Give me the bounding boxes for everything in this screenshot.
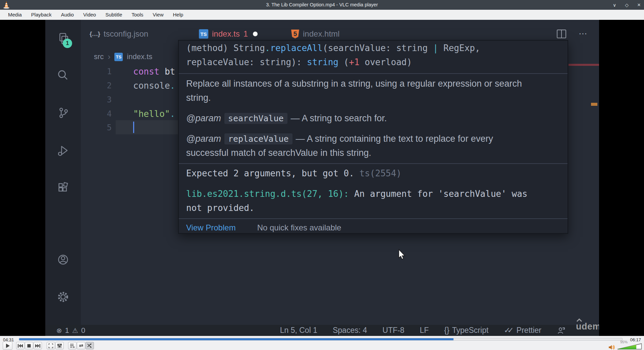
diagnostic-source: lib.es2021.string.d.ts(27, 16): An argum… <box>186 187 527 215</box>
tab-index-html[interactable]: 5 index.html <box>291 27 339 41</box>
no-quick-fixes-label: No quick fixes available <box>257 223 341 232</box>
signature-line-2: replaceValue: string): string (+1 overlo… <box>186 55 412 69</box>
menu-tools[interactable]: Tools <box>127 10 148 20</box>
view-problem-link[interactable]: View Problem <box>186 223 236 232</box>
loop-button[interactable] <box>77 342 85 349</box>
minimize-button[interactable]: ∨ <box>613 3 616 7</box>
total-time: 06:17 <box>630 337 641 342</box>
vlc-menubar: Media Playback Audio Video Subtitle Tool… <box>0 10 644 20</box>
shuffle-button[interactable] <box>86 342 94 349</box>
settings-gear-icon[interactable] <box>56 290 70 304</box>
code-line-4[interactable]: 4 "hello". <box>45 107 176 121</box>
menu-playback[interactable]: Playback <box>26 10 56 20</box>
menu-media[interactable]: Media <box>3 10 26 20</box>
method-description: Replace all instances of a substring in … <box>186 77 522 105</box>
indentation[interactable]: Spaces: 4 <box>333 326 367 335</box>
encoding[interactable]: UTF-8 <box>382 326 404 335</box>
explorer-badge: 1 <box>63 39 72 48</box>
seek-fill <box>19 338 453 340</box>
udemy-watermark: udemy <box>576 321 599 332</box>
code-line-5[interactable]: 5 <box>45 121 176 135</box>
code-line-1[interactable]: 1 const bt <box>45 64 176 79</box>
breadcrumb-folder[interactable]: src <box>94 52 104 61</box>
tab-problems-badge: 1 <box>244 29 248 39</box>
video-area[interactable]: 1 <box>0 20 644 336</box>
menu-view[interactable]: View <box>148 10 168 20</box>
unsaved-dot-icon[interactable] <box>253 32 258 36</box>
account-icon[interactable] <box>56 253 70 266</box>
warning-count-icon: ⚠ <box>72 326 78 335</box>
minimap-warning-mark <box>591 103 597 106</box>
breadcrumb-separator: › <box>108 52 110 61</box>
extensions-icon[interactable] <box>56 181 70 195</box>
code-line-3[interactable]: 3 <box>45 93 176 107</box>
maximize-button[interactable]: ◇ <box>625 3 629 7</box>
braces-icon: {} <box>444 326 449 335</box>
signature-line-1: (method) String.replaceAll(searchValue: … <box>186 41 480 55</box>
tooltip-divider <box>179 163 568 164</box>
vlc-control-bar: 04:31 06:17 <box>0 336 644 350</box>
seek-bar[interactable] <box>19 338 623 341</box>
menu-video[interactable]: Video <box>78 10 101 20</box>
diagnostic-message: Expected 2 arguments, but got 0. ts(2554… <box>186 166 401 180</box>
code-line-2[interactable]: 2 console. <box>45 79 176 93</box>
split-editor-icon[interactable] <box>556 29 567 39</box>
problems-status[interactable]: ⊗ 1 ⚠ 0 <box>56 325 85 336</box>
playlist-button[interactable] <box>68 342 76 349</box>
error-count: 1 <box>65 326 69 335</box>
menu-subtitle[interactable]: Subtitle <box>101 10 127 20</box>
formatter[interactable]: ✓✓Prettier <box>504 326 541 335</box>
close-button[interactable]: × <box>637 2 641 8</box>
breadcrumb-ts-icon: TS <box>114 53 123 61</box>
param-searchvalue: @param searchValue — A string to search … <box>186 111 387 125</box>
vscode-frame: 1 <box>45 20 599 336</box>
next-button[interactable] <box>34 342 42 349</box>
status-bar: ⊗ 1 ⚠ 0 Ln 5, Col 1 Spaces: 4 UTF-8 LF {… <box>45 325 599 336</box>
mouse-cursor <box>398 249 406 260</box>
double-check-icon: ✓✓ <box>504 326 511 335</box>
previous-button[interactable] <box>16 342 24 349</box>
breadcrumb[interactable]: src › TS index.ts <box>94 51 152 62</box>
typescript-file-icon: TS <box>199 29 208 39</box>
run-debug-icon[interactable] <box>56 144 70 157</box>
vlc-titlebar: 3. The Lib Compiler Option.mp4 - VLC med… <box>0 0 644 10</box>
eol-sequence[interactable]: LF <box>420 326 429 335</box>
fullscreen-button[interactable] <box>47 342 55 349</box>
breadcrumb-file[interactable]: index.ts <box>127 52 152 61</box>
stop-button[interactable] <box>25 342 33 349</box>
param-replacevalue: @param replaceValue — A string containin… <box>186 132 493 160</box>
cursor-position[interactable]: Ln 5, Col 1 <box>280 326 317 335</box>
warning-count: 0 <box>81 326 85 335</box>
play-button[interactable] <box>3 342 12 350</box>
text-caret <box>133 122 134 133</box>
tooltip-divider <box>179 73 568 74</box>
language-mode[interactable]: {}TypeScript <box>444 326 488 335</box>
minimap-error-mark <box>569 64 599 66</box>
window-title: 3. The Lib Compiler Option.mp4 - VLC med… <box>0 0 644 10</box>
volume-slider[interactable] <box>617 343 642 350</box>
tooltip-divider <box>179 218 568 219</box>
tab-tsconfig-json[interactable]: {…} tsconfig.json <box>90 27 148 41</box>
json-icon: {…} <box>90 30 100 38</box>
hover-tooltip: (method) String.replaceAll(searchValue: … <box>178 40 568 234</box>
speaker-icon[interactable] <box>608 345 616 350</box>
feedback-person-icon[interactable] <box>557 326 566 335</box>
more-actions-icon[interactable]: ⋯ <box>579 29 588 39</box>
menu-audio[interactable]: Audio <box>56 10 78 20</box>
html-file-icon: 5 <box>291 30 299 39</box>
tab-index-ts[interactable]: TS index.ts 1 <box>199 27 258 41</box>
error-count-icon: ⊗ <box>56 326 62 335</box>
menu-help[interactable]: Help <box>168 10 188 20</box>
extended-settings-button[interactable] <box>55 342 64 349</box>
vlc-window: 3. The Lib Compiler Option.mp4 - VLC med… <box>0 0 644 350</box>
